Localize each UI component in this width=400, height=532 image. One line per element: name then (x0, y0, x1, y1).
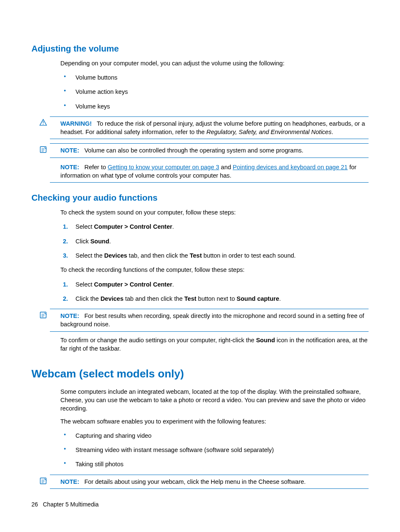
step-bold: Test (184, 295, 197, 302)
warning-text: . (332, 129, 333, 135)
note-block: NOTE: For best results when recording, s… (50, 309, 369, 332)
heading-adjusting-volume: Adjusting the volume (31, 43, 369, 55)
list-item: Capturing and sharing video (60, 431, 369, 440)
paragraph: The webcam software enables you to exper… (60, 417, 369, 426)
warning-block: WARNING! To reduce the risk of personal … (50, 116, 369, 139)
note-label: NOTE: (60, 164, 79, 170)
note-block: NOTE: For details about using your webca… (50, 475, 369, 489)
step-bold: Devices (101, 295, 124, 302)
note-block: NOTE: Volume can also be controlled thro… (50, 143, 369, 158)
link-pointing-devices[interactable]: Pointing devices and keyboard on page 21 (233, 164, 348, 170)
paragraph-text: To confirm or change the audio settings … (60, 337, 256, 343)
note-icon (39, 311, 48, 319)
note-text: For best results when recording, speak d… (60, 312, 364, 328)
page-number: 26 (31, 501, 38, 508)
svg-point-1 (43, 124, 44, 124)
heading-webcam: Webcam (select models only) (31, 366, 369, 381)
list-item: Volume buttons (60, 73, 369, 82)
step-bold: Sound capture (236, 295, 279, 302)
warning-text (94, 120, 97, 127)
paragraph: Depending on your computer model, you ca… (60, 59, 369, 67)
step-text: . (109, 238, 111, 245)
note-text: For details about using your webcam, cli… (84, 478, 306, 485)
bullet-list: Volume buttons Volume action keys Volume… (60, 73, 369, 111)
list-item: Taking still photos (60, 460, 369, 468)
svg-rect-6 (40, 312, 46, 318)
chapter-label: Chapter 5 Multimedia (43, 501, 99, 508)
step-text: . (172, 281, 174, 288)
note-label: NOTE: (60, 478, 79, 485)
list-item: Select the Devices tab, and then click t… (60, 251, 369, 260)
ordered-list: Select Computer > Control Center. Click … (60, 222, 369, 260)
note-block: NOTE: Refer to Getting to know your comp… (50, 160, 369, 183)
step-text: tab, and then click the (127, 252, 190, 259)
paragraph: Some computers include an integrated web… (60, 387, 369, 413)
page-content: Adjusting the volume Depending on your c… (0, 0, 400, 489)
list-item: Streaming video with instant message sof… (60, 446, 369, 454)
step-text: button in order to test each sound. (202, 252, 296, 259)
step-bold: Computer > Control Center (94, 281, 172, 288)
step-text: tab and then click the (123, 295, 184, 302)
list-item: Click Sound. (60, 237, 369, 245)
step-bold: Test (190, 252, 202, 259)
page-footer: 26 Chapter 5 Multimedia (31, 501, 99, 509)
list-item: Volume action keys (60, 88, 369, 96)
step-text: . (172, 223, 174, 230)
warning-icon (39, 119, 48, 127)
svg-rect-10 (40, 478, 46, 484)
step-text: button next to (196, 295, 236, 302)
step-text: Select (75, 281, 94, 288)
note-icon (39, 146, 48, 153)
step-text: Click (75, 238, 90, 245)
step-bold: Sound (90, 238, 109, 245)
paragraph: To check the system sound on your comput… (60, 208, 369, 217)
paragraph: To confirm or change the audio settings … (60, 336, 369, 353)
step-text: Click the (75, 295, 101, 302)
warning-label: WARNING! (60, 120, 92, 127)
note-text: and (219, 164, 233, 170)
ordered-list: Select Computer > Control Center. Click … (60, 280, 369, 303)
note-icon (39, 477, 48, 485)
warning-italic: Regulatory, Safety, and Environmental No… (206, 129, 331, 135)
note-text (81, 147, 84, 154)
step-bold: Devices (104, 252, 127, 259)
list-item: Click the Devices tab and then click the… (60, 294, 369, 303)
paragraph-bold: Sound (256, 337, 275, 343)
step-text: Select the (75, 252, 104, 259)
bullet-list: Capturing and sharing video Streaming vi… (60, 431, 369, 469)
note-text: Volume can also be controlled through th… (84, 147, 303, 154)
note-text: Refer to (84, 164, 108, 170)
note-text (81, 164, 84, 170)
step-bold: Computer > Control Center (94, 223, 172, 230)
list-item: Select Computer > Control Center. (60, 222, 369, 231)
step-text: Select (75, 223, 94, 230)
note-text (81, 312, 84, 319)
note-label: NOTE: (60, 147, 79, 154)
paragraph: To check the recording functions of the … (60, 266, 369, 274)
svg-rect-2 (40, 147, 46, 152)
note-label: NOTE: (60, 312, 79, 319)
step-text: . (279, 295, 281, 302)
link-getting-to-know[interactable]: Getting to know your computer on page 3 (108, 164, 219, 170)
list-item: Volume keys (60, 102, 369, 111)
heading-checking-audio: Checking your audio functions (31, 192, 369, 204)
note-text (81, 478, 84, 485)
list-item: Select Computer > Control Center. (60, 280, 369, 289)
